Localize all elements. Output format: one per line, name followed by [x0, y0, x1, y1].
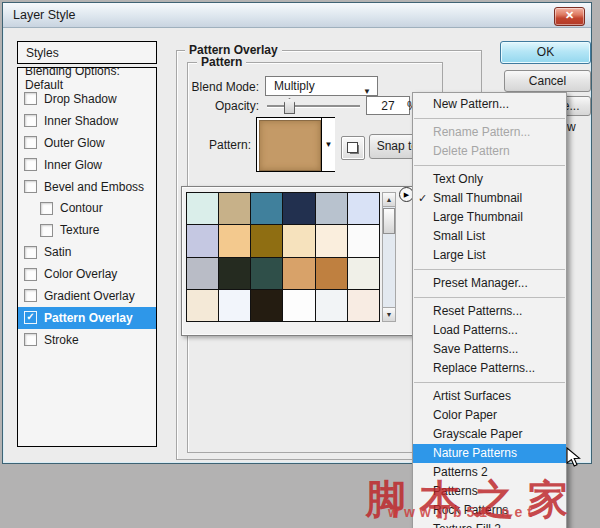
styles-item-label: Color Overlay [44, 267, 117, 281]
menu-item-replace-patterns[interactable]: Replace Patterns... [413, 359, 566, 378]
styles-item-pattern-overlay[interactable]: ✓Pattern Overlay [18, 307, 156, 329]
checkbox[interactable] [24, 180, 37, 193]
checkbox[interactable] [24, 289, 37, 302]
dialog-title: Layer Style [13, 8, 76, 22]
close-icon: ✕ [565, 9, 574, 21]
picker-scrollbar[interactable]: ▲ ▼ [382, 192, 396, 322]
checkbox-checked[interactable]: ✓ [24, 311, 37, 324]
checkbox[interactable] [24, 268, 37, 281]
pattern-swatch[interactable] [283, 193, 314, 224]
styles-item-texture[interactable]: Texture [18, 219, 156, 241]
pattern-swatch[interactable] [219, 193, 250, 224]
opacity-value-field[interactable]: 27 [366, 96, 410, 115]
pattern-swatch[interactable] [251, 290, 282, 321]
checkbox[interactable] [40, 202, 53, 215]
styles-item-contour[interactable]: Contour [18, 197, 156, 219]
blend-mode-select[interactable]: Multiply ▼ [265, 76, 378, 96]
desktop-background: Layer Style ✕ Styles Blending Options: D… [0, 0, 600, 528]
ok-button[interactable]: OK [500, 41, 591, 64]
styles-item-inner-glow[interactable]: Inner Glow [18, 154, 156, 176]
checkbox[interactable] [24, 158, 37, 171]
checkbox[interactable] [40, 224, 53, 237]
menu-separator [414, 382, 565, 383]
opacity-slider-track[interactable] [267, 105, 360, 108]
styles-item-color-overlay[interactable]: Color Overlay [18, 263, 156, 285]
checkbox[interactable] [24, 136, 37, 149]
menu-separator [414, 269, 565, 270]
flyout-arrow-icon: ▶ [404, 191, 409, 198]
menu-item-reset-patterns[interactable]: Reset Patterns... [413, 302, 566, 321]
pattern-well[interactable]: ▼ [256, 117, 335, 172]
checkbox[interactable] [24, 114, 37, 127]
blend-mode-label: Blend Mode: [173, 80, 259, 94]
styles-item-label: Satin [44, 245, 71, 259]
scroll-up-icon[interactable]: ▲ [383, 193, 395, 207]
menu-item-load-patterns[interactable]: Load Patterns... [413, 321, 566, 340]
menu-item-small-list[interactable]: Small List [413, 227, 566, 246]
menu-item-label: Small Thumbnail [433, 191, 522, 205]
pattern-swatch[interactable] [187, 225, 218, 256]
pattern-swatch[interactable] [251, 225, 282, 256]
styles-item-drop-shadow[interactable]: Drop Shadow [18, 88, 156, 110]
pattern-swatch[interactable] [219, 225, 250, 256]
pattern-swatch[interactable] [316, 258, 347, 289]
pattern-swatch[interactable] [348, 193, 379, 224]
pattern-swatch[interactable] [251, 193, 282, 224]
scroll-down-icon[interactable]: ▼ [383, 307, 395, 321]
pattern-swatch[interactable] [283, 290, 314, 321]
current-pattern-thumbnail[interactable] [259, 120, 321, 171]
styles-item-bevel-and-emboss[interactable]: Bevel and Emboss [18, 176, 156, 198]
pattern-group-label: Pattern [197, 55, 246, 69]
pattern-swatch[interactable] [348, 258, 379, 289]
new-preset-button[interactable] [341, 136, 365, 160]
pattern-swatch[interactable] [219, 290, 250, 321]
pattern-swatch[interactable] [283, 225, 314, 256]
menu-item-color-paper[interactable]: Color Paper [413, 406, 566, 425]
menu-item-large-list[interactable]: Large List [413, 246, 566, 265]
menu-item-text-only[interactable]: Text Only [413, 170, 566, 189]
close-button[interactable]: ✕ [554, 7, 585, 26]
styles-header-box: Styles [17, 41, 157, 64]
pattern-swatch[interactable] [187, 193, 218, 224]
styles-item-stroke[interactable]: Stroke [18, 329, 156, 351]
styles-header-label: Styles [26, 46, 59, 60]
checkbox[interactable] [24, 333, 37, 346]
menu-item-large-thumbnail[interactable]: Large Thumbnail [413, 208, 566, 227]
pattern-swatch[interactable] [187, 258, 218, 289]
pattern-swatch[interactable] [283, 258, 314, 289]
checkbox[interactable] [24, 246, 37, 259]
menu-item-delete-pattern: Delete Pattern [413, 142, 566, 161]
pattern-swatch[interactable] [187, 290, 218, 321]
cancel-button[interactable]: Cancel [504, 70, 591, 92]
pattern-swatch[interactable] [219, 258, 250, 289]
pattern-swatch[interactable] [316, 225, 347, 256]
pattern-well-dropdown[interactable]: ▼ [321, 118, 335, 171]
pattern-swatch[interactable] [348, 225, 379, 256]
blend-mode-value: Multiply [274, 79, 315, 93]
title-bar[interactable]: Layer Style ✕ [3, 3, 591, 28]
menu-item-grayscale-paper[interactable]: Grayscale Paper [413, 425, 566, 444]
menu-item-small-thumbnail[interactable]: ✓Small Thumbnail [413, 189, 566, 208]
styles-item-gradient-overlay[interactable]: Gradient Overlay [18, 285, 156, 307]
pattern-swatch[interactable] [316, 193, 347, 224]
styles-item-blending-options[interactable]: Blending Options: Default [18, 68, 156, 88]
scrollbar-thumb[interactable] [383, 208, 395, 234]
menu-item-nature-patterns[interactable]: Nature Patterns [413, 444, 566, 463]
pattern-swatch[interactable] [251, 258, 282, 289]
menu-item-preset-manager[interactable]: Preset Manager... [413, 274, 566, 293]
menu-separator [414, 165, 565, 166]
pattern-label: Pattern: [181, 138, 251, 152]
pattern-swatch[interactable] [348, 290, 379, 321]
menu-item-save-patterns[interactable]: Save Patterns... [413, 340, 566, 359]
checkbox[interactable] [24, 92, 37, 105]
styles-item-label: Inner Shadow [44, 114, 118, 128]
menu-item-artist-surfaces[interactable]: Artist Surfaces [413, 387, 566, 406]
menu-separator [414, 297, 565, 298]
menu-item-new-pattern[interactable]: New Pattern... [413, 95, 566, 114]
pattern-swatch[interactable] [316, 290, 347, 321]
styles-item-satin[interactable]: Satin [18, 241, 156, 263]
menu-item-rename-pattern: Rename Pattern... [413, 123, 566, 142]
styles-item-inner-shadow[interactable]: Inner Shadow [18, 110, 156, 132]
styles-item-label: Contour [60, 201, 103, 215]
styles-item-outer-glow[interactable]: Outer Glow [18, 132, 156, 154]
